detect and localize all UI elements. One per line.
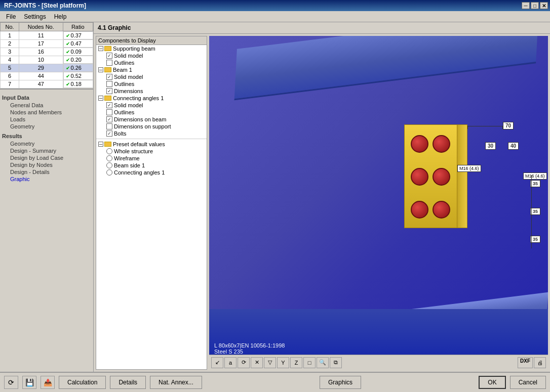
menu-settings[interactable]: Settings bbox=[20, 12, 50, 21]
tb-rotate-btn[interactable]: ⟳ bbox=[238, 357, 250, 368]
input-section: Input Data General Data Nodes and Member… bbox=[2, 95, 91, 130]
table-row[interactable]: 3 16 ✔ 0.09 bbox=[1, 48, 93, 56]
tb-a-btn[interactable]: a bbox=[224, 357, 237, 368]
nav-design-nodes[interactable]: Design by Nodes bbox=[2, 161, 91, 168]
nav-design-load-case[interactable]: Design by Load Case bbox=[2, 154, 91, 161]
folder-icon-preset bbox=[104, 142, 111, 147]
table-row[interactable]: 4 10 ✔ 0.20 bbox=[1, 56, 93, 64]
dim-line-70 bbox=[467, 126, 503, 126]
dxf-btn[interactable]: DXF bbox=[518, 357, 533, 368]
title-bar: RF-JOINTS - [Steel platform] ─ □ ✕ bbox=[0, 0, 550, 11]
tb-zoom-btn[interactable]: 🔍 bbox=[317, 357, 329, 368]
cb-b1-solid[interactable] bbox=[106, 74, 112, 80]
tree-ca-dims-support[interactable]: Dimensions on support bbox=[96, 123, 207, 130]
tree-b1-dims[interactable]: Dimensions bbox=[96, 88, 207, 95]
tree-ca-dims-beam[interactable]: Dimensions on beam bbox=[96, 116, 207, 123]
table-row[interactable]: 1 11 ✔ 0.37 bbox=[1, 31, 93, 40]
tree-b1-outlines[interactable]: Outlines bbox=[96, 80, 207, 88]
content-area: Components to Display ─ Supporting beam … bbox=[94, 34, 550, 372]
tree-conn-angles[interactable]: ─ Connecting angles 1 bbox=[96, 95, 207, 102]
tb-filter-btn[interactable]: ▽ bbox=[264, 357, 276, 368]
cb-ca-dims-beam[interactable] bbox=[106, 116, 112, 122]
maximize-btn[interactable]: □ bbox=[531, 2, 539, 9]
nav-geometry-input[interactable]: Geometry bbox=[2, 123, 91, 130]
nav-design-details[interactable]: Design - Details bbox=[2, 168, 91, 176]
radio-beam-side[interactable] bbox=[106, 162, 112, 168]
tb-reset-btn[interactable]: ↙ bbox=[211, 357, 223, 368]
components-title: Components to Display bbox=[96, 36, 207, 45]
tb-z-btn[interactable]: Z bbox=[290, 357, 302, 368]
nat-annex-btn[interactable]: Nat. Annex... bbox=[150, 376, 202, 389]
components-panel: Components to Display ─ Supporting beam … bbox=[96, 36, 207, 370]
menu-file[interactable]: File bbox=[2, 12, 20, 21]
nav-loads[interactable]: Loads bbox=[2, 116, 91, 123]
tb-cube-btn[interactable]: □ bbox=[303, 357, 316, 368]
status-icon-3[interactable]: 📤 bbox=[41, 376, 55, 389]
menu-bar: File Settings Help bbox=[0, 11, 550, 22]
tb-yz-btn[interactable]: Y bbox=[277, 357, 289, 368]
tree-supporting-beam[interactable]: ─ Supporting beam bbox=[96, 45, 207, 52]
toggle-conn-angles[interactable]: ─ bbox=[98, 96, 103, 101]
tree-p-conn-angles[interactable]: Connecting angles 1 bbox=[96, 169, 207, 176]
nav-geometry-result[interactable]: Geometry bbox=[2, 140, 91, 147]
table-row[interactable]: 5 29 ✔ 0.26 bbox=[1, 64, 93, 72]
bolt-3 bbox=[411, 168, 428, 186]
tree-ca-bolts[interactable]: Bolts bbox=[96, 130, 207, 137]
folder-icon-conn bbox=[104, 96, 111, 101]
nav-graphic[interactable]: Graphic bbox=[2, 176, 91, 183]
cb-sb-outlines[interactable] bbox=[106, 60, 112, 66]
cancel-btn[interactable]: Cancel bbox=[510, 376, 546, 389]
cb-b1-outlines[interactable] bbox=[106, 81, 112, 87]
ok-btn[interactable]: OK bbox=[479, 376, 505, 389]
graphics-btn[interactable]: Graphics bbox=[320, 376, 361, 389]
table-row[interactable]: 2 17 ✔ 0.47 bbox=[1, 39, 93, 48]
tree-sb-solid[interactable]: Solid model bbox=[96, 52, 207, 59]
radio-wireframe[interactable] bbox=[106, 155, 112, 161]
tree-p-beam-side[interactable]: Beam side 1 bbox=[96, 162, 207, 169]
tree-p-whole[interactable]: Whole structure bbox=[96, 148, 207, 155]
tree-b1-solid[interactable]: Solid model bbox=[96, 73, 207, 80]
radio-conn-angles[interactable] bbox=[106, 169, 112, 176]
bolt-4 bbox=[433, 168, 450, 186]
toggle-beam1[interactable]: ─ bbox=[98, 67, 103, 72]
table-row[interactable]: 7 47 ✔ 0.18 bbox=[1, 80, 93, 88]
toggle-supporting-beam[interactable]: ─ bbox=[98, 46, 103, 51]
results-table: No. Nodes No. Ratio 1 11 ✔ 0.37 2 17 ✔ 0… bbox=[0, 22, 93, 89]
tree-beam1[interactable]: ─ Beam 1 bbox=[96, 66, 207, 73]
annotation: L 80x60x7|EN 10056-1:1998 Steel S 235 bbox=[214, 342, 285, 355]
plate-side bbox=[456, 124, 467, 228]
details-btn[interactable]: Details bbox=[110, 376, 146, 389]
col-nodes: Nodes No. bbox=[19, 23, 63, 31]
tb-print-btn[interactable]: 🖨 bbox=[534, 357, 546, 368]
right-panel: 4.1 Graphic Components to Display ─ Supp… bbox=[94, 22, 550, 372]
nav-general-data[interactable]: General Data bbox=[2, 102, 91, 109]
main-content: No. Nodes No. Ratio 1 11 ✔ 0.37 2 17 ✔ 0… bbox=[0, 22, 550, 372]
tree-p-wireframe[interactable]: Wireframe bbox=[96, 155, 207, 162]
toggle-preset[interactable]: ─ bbox=[98, 142, 103, 147]
cb-ca-bolts[interactable] bbox=[106, 130, 112, 137]
nav-nodes-members[interactable]: Nodes and Members bbox=[2, 109, 91, 116]
cb-ca-outlines[interactable] bbox=[106, 109, 112, 115]
table-row[interactable]: 6 44 ✔ 0.52 bbox=[1, 72, 93, 80]
status-icon-2[interactable]: 💾 bbox=[22, 376, 36, 389]
cb-ca-dims-support[interactable] bbox=[106, 123, 112, 129]
nav-design-summary[interactable]: Design - Summary bbox=[2, 147, 91, 154]
tree-sb-outlines[interactable]: Outlines bbox=[96, 59, 207, 66]
minimize-btn[interactable]: ─ bbox=[522, 2, 530, 9]
status-icon-1[interactable]: ⟳ bbox=[4, 376, 18, 389]
tb-x-btn[interactable]: ✕ bbox=[251, 357, 263, 368]
cb-sb-solid[interactable] bbox=[106, 53, 112, 59]
p-conn-angles-label: Connecting angles 1 bbox=[114, 169, 165, 176]
tb-copy-btn[interactable]: ⧉ bbox=[330, 357, 342, 368]
tree-ca-outlines[interactable]: Outlines bbox=[96, 109, 207, 116]
col-no: No. bbox=[1, 23, 19, 31]
title-bar-buttons: ─ □ ✕ bbox=[522, 2, 548, 9]
menu-help[interactable]: Help bbox=[50, 12, 71, 21]
radio-whole[interactable] bbox=[106, 148, 112, 154]
calculation-btn[interactable]: Calculation bbox=[59, 376, 106, 389]
close-btn[interactable]: ✕ bbox=[540, 2, 548, 9]
tree-preset[interactable]: ─ Preset default values bbox=[96, 141, 207, 148]
cb-ca-solid[interactable] bbox=[106, 102, 112, 108]
tree-ca-solid[interactable]: Solid model bbox=[96, 102, 207, 109]
cb-b1-dims[interactable] bbox=[106, 88, 112, 94]
